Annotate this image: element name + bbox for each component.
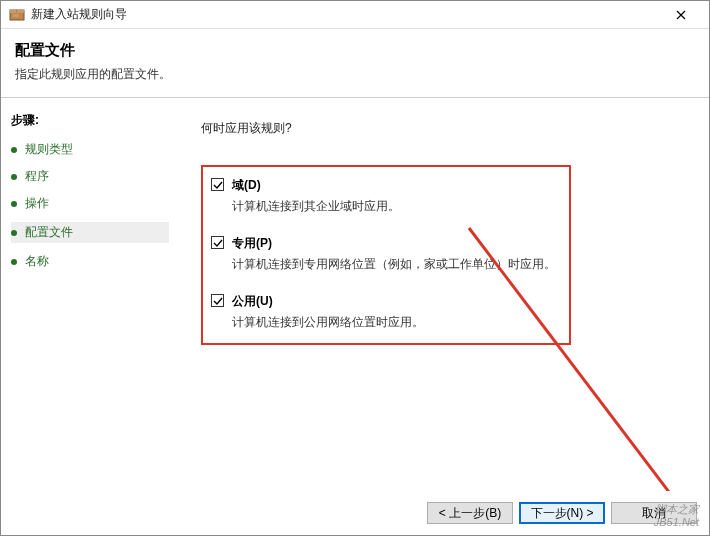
svg-rect-2 (17, 10, 24, 13)
step-name[interactable]: 名称 (11, 253, 169, 270)
step-label: 操作 (25, 195, 49, 212)
option-public: 公用(U) 计算机连接到公用网络位置时应用。 (211, 293, 561, 331)
step-rule-type[interactable]: 规则类型 (11, 141, 169, 158)
option-desc: 计算机连接到公用网络位置时应用。 (232, 314, 561, 331)
svg-rect-1 (10, 10, 16, 13)
option-desc: 计算机连接到专用网络位置（例如，家或工作单位）时应用。 (232, 256, 561, 273)
wizard-window: 新建入站规则向导 配置文件 指定此规则应用的配置文件。 步骤: 规则类型 程序 … (0, 0, 710, 536)
close-icon (676, 10, 686, 20)
option-desc: 计算机连接到其企业域时应用。 (232, 198, 561, 215)
checkbox-domain[interactable] (211, 178, 224, 191)
header: 配置文件 指定此规则应用的配置文件。 (1, 29, 709, 97)
question-text: 何时应用该规则? (201, 120, 687, 137)
steps-title: 步骤: (11, 112, 169, 129)
bullet-icon (11, 174, 17, 180)
main-panel: 何时应用该规则? 域(D) 计算机连接到其企业域时应用。 专用(P) 计算机连接… (179, 98, 709, 491)
back-button[interactable]: < 上一步(B) (427, 502, 513, 524)
step-program[interactable]: 程序 (11, 168, 169, 185)
step-label: 名称 (25, 253, 49, 270)
option-domain: 域(D) 计算机连接到其企业域时应用。 (211, 177, 561, 215)
step-label: 规则类型 (25, 141, 73, 158)
step-label: 程序 (25, 168, 49, 185)
bullet-icon (11, 201, 17, 207)
page-heading: 配置文件 (15, 41, 695, 60)
close-button[interactable] (661, 1, 701, 28)
checkbox-private[interactable] (211, 236, 224, 249)
svg-rect-3 (13, 14, 19, 17)
watermark: 脚本之家 JB51.Net (654, 503, 699, 529)
page-subheading: 指定此规则应用的配置文件。 (15, 66, 695, 83)
options-highlight-box: 域(D) 计算机连接到其企业域时应用。 专用(P) 计算机连接到专用网络位置（例… (201, 165, 571, 345)
footer: < 上一步(B) 下一步(N) > 取消 (1, 491, 709, 535)
step-label: 配置文件 (25, 224, 73, 241)
option-label: 域(D) (232, 177, 261, 194)
option-label: 专用(P) (232, 235, 272, 252)
option-label: 公用(U) (232, 293, 273, 310)
bullet-icon (11, 147, 17, 153)
option-private: 专用(P) 计算机连接到专用网络位置（例如，家或工作单位）时应用。 (211, 235, 561, 273)
sidebar: 步骤: 规则类型 程序 操作 配置文件 名称 (1, 98, 179, 491)
step-action[interactable]: 操作 (11, 195, 169, 212)
window-title: 新建入站规则向导 (31, 6, 661, 23)
firewall-icon (9, 7, 25, 23)
bullet-icon (11, 230, 17, 236)
titlebar: 新建入站规则向导 (1, 1, 709, 29)
step-profile[interactable]: 配置文件 (11, 222, 169, 243)
bullet-icon (11, 259, 17, 265)
checkbox-public[interactable] (211, 294, 224, 307)
next-button[interactable]: 下一步(N) > (519, 502, 605, 524)
body: 步骤: 规则类型 程序 操作 配置文件 名称 何时应用该规则? 域(D) 计算机… (1, 97, 709, 491)
